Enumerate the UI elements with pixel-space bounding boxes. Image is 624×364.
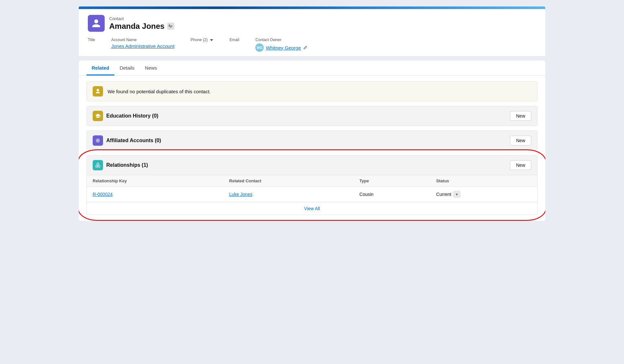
duplicate-icon-wrap xyxy=(93,86,103,97)
contact-owner-link[interactable]: Whitney George xyxy=(266,45,301,51)
relationships-new-button[interactable]: New xyxy=(510,160,531,170)
status-value: Current xyxy=(436,192,451,197)
relationships-icon xyxy=(93,160,103,170)
email-label: Email xyxy=(229,38,239,42)
hierarchy-button[interactable] xyxy=(167,23,174,30)
education-history-title-row: Education History (0) xyxy=(93,111,158,121)
related-contact-cell[interactable]: Luke Jones xyxy=(223,187,353,202)
duplicate-text: We found no potential duplicates of this… xyxy=(108,89,211,94)
affiliated-accounts-icon xyxy=(93,135,103,146)
field-account-name: Account Name Jones Administrative Accoun… xyxy=(111,38,174,49)
avatar: WG xyxy=(255,43,264,52)
education-history-new-button[interactable]: New xyxy=(510,111,531,121)
field-title: Title xyxy=(88,38,95,43)
record-name: Amanda Jones xyxy=(109,22,165,31)
record-header: Contact Amanda Jones Title Account Name xyxy=(79,9,545,57)
graduation-icon xyxy=(95,113,101,119)
education-history-icon xyxy=(93,111,103,121)
relationships-section-icon xyxy=(95,162,101,168)
contact-owner-label: Contact Owner xyxy=(255,38,307,42)
fields-row: Title Account Name Jones Administrative … xyxy=(88,38,536,52)
status-dropdown: Current ▼ xyxy=(436,191,531,198)
phone-label: Phone (2) xyxy=(191,38,213,42)
email-value xyxy=(229,43,239,49)
field-phone: Phone (2) xyxy=(191,38,213,49)
account-name-label: Account Name xyxy=(111,38,174,42)
phone-dropdown-arrow[interactable] xyxy=(210,39,213,41)
status-cell: Current ▼ xyxy=(430,187,537,202)
view-all-link[interactable]: View All xyxy=(304,206,320,211)
tabs-bar: Related Details News xyxy=(79,61,545,75)
tab-news[interactable]: News xyxy=(140,61,162,75)
education-history-title: Education History (0) xyxy=(106,113,158,119)
col-related-contact: Related Contact xyxy=(223,175,353,187)
field-contact-owner: Contact Owner WG Whitney George xyxy=(255,38,307,52)
relationships-title: Relationships (1) xyxy=(106,162,148,168)
page-wrapper: Contact Amanda Jones Title Account Name xyxy=(79,6,545,221)
relationships-header: Relationships (1) New xyxy=(87,155,537,175)
affiliated-accounts-card: Affiliated Accounts (0) New xyxy=(87,131,537,151)
top-gradient-bar xyxy=(79,6,545,9)
education-history-card: Education History (0) New xyxy=(87,106,537,126)
contact-icon xyxy=(91,18,101,28)
person-icon xyxy=(95,88,101,94)
record-name-row: Amanda Jones xyxy=(109,22,174,31)
status-arrow-icon: ▼ xyxy=(455,193,458,196)
hierarchy-icon xyxy=(168,24,173,28)
type-cell: Cousin xyxy=(353,187,430,202)
affiliated-accounts-title-row: Affiliated Accounts (0) xyxy=(93,135,161,146)
account-name-link[interactable]: Jones Administrative Account xyxy=(111,43,174,49)
status-dropdown-button[interactable]: ▼ xyxy=(453,191,460,198)
tab-details[interactable]: Details xyxy=(114,61,140,75)
relationships-title-row: Relationships (1) xyxy=(93,160,148,170)
relationships-table-header-row: Relationship Key Related Contact Type St… xyxy=(87,175,537,187)
view-all-row: View All xyxy=(87,202,537,215)
relationship-key-cell[interactable]: R-000024 xyxy=(87,187,223,202)
edit-icon xyxy=(303,45,307,50)
record-title-row: Contact Amanda Jones xyxy=(88,15,536,32)
tab-related[interactable]: Related xyxy=(87,61,114,75)
hash-icon xyxy=(95,138,101,143)
contact-record-icon xyxy=(88,15,105,32)
affiliated-accounts-new-button[interactable]: New xyxy=(510,136,531,145)
contact-owner-row: WG Whitney George xyxy=(255,43,307,52)
duplicate-notice: We found no potential duplicates of this… xyxy=(87,81,537,101)
record-title-text: Contact Amanda Jones xyxy=(109,16,174,31)
relationships-card-wrapper: Relationships (1) New Relationship Key R… xyxy=(87,155,537,215)
col-type: Type xyxy=(353,175,430,187)
relationships-table: Relationship Key Related Contact Type St… xyxy=(87,175,537,202)
related-content: We found no potential duplicates of this… xyxy=(79,75,545,221)
affiliated-accounts-header: Affiliated Accounts (0) New xyxy=(87,131,537,150)
education-history-header: Education History (0) New xyxy=(87,106,537,126)
relationships-card: Relationships (1) New Relationship Key R… xyxy=(87,155,537,215)
affiliated-accounts-title: Affiliated Accounts (0) xyxy=(106,138,161,143)
field-email: Email xyxy=(229,38,239,49)
phone-value xyxy=(191,43,213,49)
object-type-label: Contact xyxy=(109,16,174,21)
title-label: Title xyxy=(88,38,95,42)
owner-edit-icon[interactable] xyxy=(303,45,307,50)
tabs-section: Related Details News We found no potenti… xyxy=(79,61,545,221)
col-relationship-key: Relationship Key xyxy=(87,175,223,187)
col-status: Status xyxy=(430,175,537,187)
table-row: R-000024 Luke Jones Cousin Current ▼ xyxy=(87,187,537,202)
